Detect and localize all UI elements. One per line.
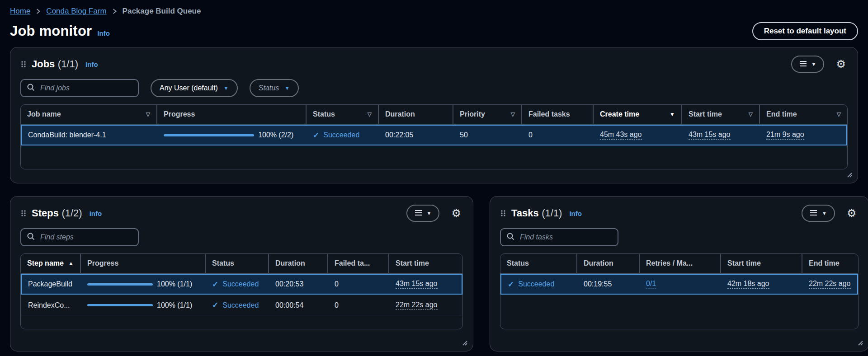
gear-icon: ⚙ xyxy=(847,207,857,219)
tasks-info-link[interactable]: Info xyxy=(569,210,582,217)
task-duration-cell: 00:19:55 xyxy=(577,280,640,288)
status-filter-dropdown[interactable]: Status ▼ xyxy=(250,79,299,97)
drag-handle-icon[interactable] xyxy=(20,209,26,217)
steps-table-empty-area xyxy=(21,315,462,329)
column-header-status[interactable]: Status ▽ xyxy=(306,105,378,124)
task-end-time-cell: 22m 22s ago xyxy=(802,280,857,289)
steps-table-header: Step name ▲ Progress Status Duration Fai… xyxy=(21,254,462,274)
find-steps-input[interactable] xyxy=(39,233,132,242)
tasks-search-box xyxy=(500,228,618,246)
column-header-duration[interactable]: Duration xyxy=(378,105,453,124)
chevron-right-icon xyxy=(36,8,41,14)
step-progress-cell: 100% (1/1) xyxy=(81,280,206,288)
sort-icon: ▲ xyxy=(65,260,74,267)
column-header-priority[interactable]: Priority ▽ xyxy=(453,105,521,124)
task-status-cell: ✓ Succeeded xyxy=(501,280,577,289)
step-name-cell: ReindexCo... xyxy=(22,301,81,309)
job-create-time-cell: 45m 43s ago xyxy=(594,131,682,140)
column-header-end-time[interactable]: End time xyxy=(802,254,858,273)
tasks-table-row[interactable]: ✓ Succeeded 00:19:55 0/1 42m 18s ago 22m… xyxy=(500,274,858,295)
column-header-retries[interactable]: Retries / Ma... xyxy=(639,254,720,273)
column-header-create-time[interactable]: Create time ▼ xyxy=(593,105,681,124)
column-header-start-time[interactable]: Start time xyxy=(388,254,461,273)
job-progress-cell: 100% (2/2) xyxy=(157,131,307,139)
hamburger-icon xyxy=(415,209,422,218)
page-info-link[interactable]: Info xyxy=(97,29,110,37)
step-duration-cell: 00:20:53 xyxy=(269,280,328,288)
page-title: Job monitor xyxy=(10,23,92,39)
find-tasks-input[interactable] xyxy=(519,233,612,242)
page-header: Job monitor Info Reset to default layout xyxy=(10,20,858,42)
relative-time-link[interactable]: 21m 9s ago xyxy=(766,131,804,140)
hamburger-icon xyxy=(799,60,807,69)
tasks-panel-count: (1/1) xyxy=(542,207,562,219)
job-priority-cell: 50 xyxy=(453,131,522,139)
job-failed-tasks-cell: 0 xyxy=(522,131,594,139)
relative-time-link[interactable]: 22m 22s ago xyxy=(809,280,851,289)
caret-down-icon: ▼ xyxy=(822,211,827,216)
check-icon: ✓ xyxy=(508,280,514,289)
jobs-settings-gear-button[interactable]: ⚙ xyxy=(834,59,848,70)
relative-time-link[interactable]: 43m 15s ago xyxy=(396,280,438,289)
job-monitor-page: Home Conda Blog Farm Package Build Queue… xyxy=(0,0,868,356)
caret-down-icon: ▼ xyxy=(427,211,432,216)
retries-link[interactable]: 0/1 xyxy=(646,280,656,289)
panel-resize-handle-icon[interactable] xyxy=(460,338,467,347)
column-header-end-time[interactable]: End time ▽ xyxy=(759,105,847,124)
step-progress-cell: 100% (1/1) xyxy=(81,301,206,309)
reset-layout-button[interactable]: Reset to default layout xyxy=(752,22,858,40)
steps-table-row[interactable]: PackageBuild 100% (1/1) ✓ Succeeded 00:2… xyxy=(21,274,462,295)
column-header-step-name[interactable]: Step name ▲ xyxy=(21,254,80,273)
column-header-progress[interactable]: Progress xyxy=(156,105,306,124)
jobs-table: Job name ▽ Progress Status ▽ Duration Pr… xyxy=(20,104,848,169)
jobs-table-row[interactable]: CondaBuild: blender-4.1 100% (2/2) ✓ Suc… xyxy=(21,125,847,145)
sort-icon: ▼ xyxy=(666,111,675,117)
steps-preferences-menu-button[interactable]: ▼ xyxy=(406,205,440,222)
relative-time-link[interactable]: 42m 18s ago xyxy=(727,280,769,289)
column-header-status[interactable]: Status xyxy=(500,254,576,273)
column-header-failed-tasks[interactable]: Failed tasks xyxy=(521,105,593,124)
column-header-job-name[interactable]: Job name ▽ xyxy=(21,105,156,124)
tasks-preferences-menu-button[interactable]: ▼ xyxy=(802,205,835,222)
sort-icon: ▽ xyxy=(745,111,753,117)
steps-info-link[interactable]: Info xyxy=(90,210,102,217)
steps-table-row[interactable]: ReindexCo... 100% (1/1) ✓ Succeeded 00:0… xyxy=(21,295,462,315)
steps-settings-gear-button[interactable]: ⚙ xyxy=(449,208,463,219)
search-icon xyxy=(27,232,35,242)
step-duration-cell: 00:00:54 xyxy=(269,301,328,309)
step-status-cell: ✓ Succeeded xyxy=(206,280,269,289)
column-header-start-time[interactable]: Start time xyxy=(720,254,802,273)
breadcrumb-farm-link[interactable]: Conda Blog Farm xyxy=(46,7,106,16)
tasks-settings-gear-button[interactable]: ⚙ xyxy=(845,208,859,219)
jobs-search-box xyxy=(20,79,139,97)
drag-handle-icon[interactable] xyxy=(500,209,506,217)
column-header-progress[interactable]: Progress xyxy=(80,254,205,273)
relative-time-link[interactable]: 22m 22s ago xyxy=(396,301,438,310)
panel-resize-handle-icon[interactable] xyxy=(845,170,852,179)
relative-time-link[interactable]: 45m 43s ago xyxy=(600,131,642,140)
column-header-duration[interactable]: Duration xyxy=(268,254,327,273)
job-end-time-cell: 21m 9s ago xyxy=(760,131,846,140)
jobs-panel-count: (1/1) xyxy=(58,58,78,70)
breadcrumb-home-link[interactable]: Home xyxy=(10,7,30,16)
steps-search-box xyxy=(20,228,139,246)
jobs-info-link[interactable]: Info xyxy=(85,61,98,68)
tasks-table-empty-area xyxy=(500,295,858,329)
task-retries-cell: 0/1 xyxy=(640,280,721,289)
panel-resize-handle-icon[interactable] xyxy=(856,338,863,347)
steps-panel-title: Steps xyxy=(32,207,59,219)
step-status-cell: ✓ Succeeded xyxy=(206,300,269,310)
column-header-failed-tasks[interactable]: Failed ta... xyxy=(327,254,388,273)
relative-time-link[interactable]: 43m 15s ago xyxy=(689,131,731,140)
user-filter-dropdown[interactable]: Any User (default) ▼ xyxy=(151,79,238,97)
column-header-duration[interactable]: Duration xyxy=(576,254,639,273)
job-name-cell: CondaBuild: blender-4.1 xyxy=(22,131,157,139)
column-header-status[interactable]: Status xyxy=(205,254,268,273)
column-header-start-time[interactable]: Start time ▽ xyxy=(681,105,759,124)
find-jobs-input[interactable] xyxy=(39,84,132,93)
jobs-preferences-menu-button[interactable]: ▼ xyxy=(791,56,825,73)
breadcrumb-current-queue: Package Build Queue xyxy=(123,7,201,16)
drag-handle-icon[interactable] xyxy=(20,60,26,68)
chevron-right-icon xyxy=(112,8,117,14)
sort-icon: ▽ xyxy=(364,111,372,117)
